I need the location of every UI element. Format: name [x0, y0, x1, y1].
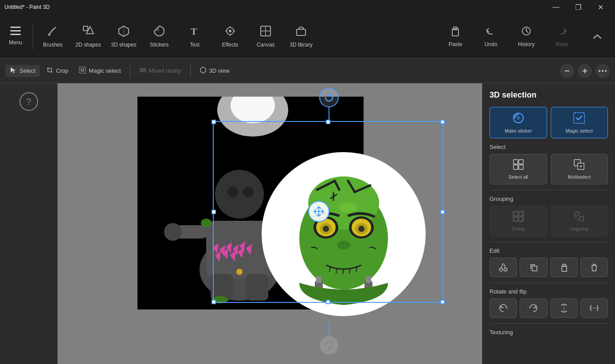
selection-handle-tr[interactable] — [440, 120, 445, 124]
mixed-reality-icon — [139, 67, 146, 75]
flip-horizontal-button[interactable] — [580, 298, 608, 318]
make-sticker-label: Make sticker — [505, 128, 532, 133]
magic-select-tool[interactable]: Magic select — [74, 65, 125, 77]
canvas-icon — [259, 25, 272, 40]
close-button[interactable]: ✕ — [590, 0, 611, 14]
svg-line-115 — [504, 264, 505, 268]
svg-rect-105 — [514, 217, 518, 221]
rotate-circle-top[interactable] — [319, 88, 339, 107]
help-button[interactable]: ? — [20, 92, 38, 111]
more-options-button[interactable] — [595, 64, 610, 78]
svg-rect-89 — [316, 276, 321, 283]
edit-grid — [490, 258, 608, 277]
select-grid: Select all Multiselect — [490, 154, 608, 184]
collapse-button[interactable] — [580, 16, 615, 56]
paste-button[interactable]: Paste — [438, 16, 473, 56]
redo-button[interactable]: Redo — [544, 16, 580, 56]
svg-point-91 — [339, 202, 357, 213]
section-rotate-title: Rotate and flip — [490, 288, 608, 295]
selection-handle-br[interactable] — [440, 300, 445, 304]
canvas-area[interactable] — [58, 83, 482, 364]
rotate-circle-bottom[interactable] — [319, 336, 339, 355]
undo-icon — [485, 25, 497, 39]
svg-rect-109 — [580, 217, 584, 221]
section-grouping-title: Grouping — [490, 196, 608, 202]
tool-stickers[interactable]: Stickers — [141, 16, 177, 56]
3d-view-label: 3D view — [209, 67, 230, 74]
svg-rect-95 — [513, 160, 518, 164]
paste-icon — [450, 25, 461, 39]
text-icon: T — [188, 25, 201, 40]
sub-separator-2 — [190, 64, 191, 78]
zoom-out-button[interactable] — [560, 64, 574, 78]
move-handle[interactable] — [308, 201, 329, 222]
subtoolbar-right — [560, 64, 610, 78]
svg-text:T: T — [191, 26, 197, 37]
delete-button[interactable] — [580, 258, 608, 277]
magic-select-button[interactable]: Magic select — [551, 107, 608, 138]
ungroup-button[interactable]: Ungroup — [551, 206, 608, 236]
zoom-in-button[interactable] — [578, 64, 592, 78]
collapse-icon — [593, 30, 602, 43]
rotate-left-button[interactable] — [490, 298, 517, 318]
menu-button[interactable]: Menu — [0, 16, 31, 56]
paste-copy-button[interactable] — [550, 258, 578, 277]
crop-tool[interactable]: Crop — [42, 65, 73, 77]
rotate-handle-top[interactable] — [319, 88, 339, 121]
svg-rect-118 — [563, 264, 566, 266]
tool-brushes[interactable]: Brushes — [35, 16, 71, 56]
tool-effects[interactable]: Effects — [212, 16, 248, 56]
undo-button[interactable]: Undo — [473, 16, 509, 56]
select-all-label: Select all — [508, 174, 528, 180]
tool-2d-shapes[interactable]: 2D shapes — [71, 16, 106, 56]
svg-point-93 — [517, 116, 520, 120]
paste-copy-icon — [560, 263, 568, 272]
titlebar-title: Untitled* - Paint 3D — [4, 4, 50, 10]
divider-2 — [490, 242, 608, 242]
rotate-right-button[interactable] — [520, 298, 547, 318]
group-button[interactable]: Group — [490, 206, 547, 236]
history-icon — [521, 25, 532, 39]
svg-marker-29 — [200, 67, 206, 73]
svg-point-34 — [602, 70, 603, 72]
copy-button[interactable] — [520, 258, 547, 277]
tool-3d-library[interactable]: 3D library — [283, 16, 319, 56]
sub-toolbar: Select Crop Magic select Mixed reality 3… — [0, 59, 615, 83]
svg-rect-46 — [246, 274, 268, 301]
svg-point-49 — [243, 187, 254, 197]
svg-rect-103 — [514, 212, 518, 216]
select-tool[interactable]: Select — [5, 65, 40, 77]
tool-3d-shapes[interactable]: 3D shapes — [106, 16, 141, 56]
cut-icon — [499, 263, 508, 272]
cut-button[interactable] — [490, 258, 517, 277]
svg-rect-4 — [83, 26, 88, 31]
svg-point-43 — [164, 223, 182, 241]
svg-point-33 — [599, 70, 600, 72]
svg-rect-107 — [513, 211, 524, 222]
svg-rect-96 — [519, 160, 523, 164]
zombie-artwork — [262, 152, 426, 316]
magic-select-icon — [79, 67, 86, 75]
tool-text[interactable]: T Text — [177, 16, 212, 56]
select-all-button[interactable]: Select all — [490, 154, 547, 184]
rotate-handle-bottom[interactable] — [319, 322, 339, 355]
svg-rect-98 — [519, 165, 523, 169]
svg-rect-116 — [532, 266, 537, 271]
selection-handle-mr[interactable] — [440, 210, 445, 214]
multiselect-button[interactable]: Multiselect — [551, 154, 608, 184]
group-label: Group — [511, 226, 525, 231]
titlebar: Untitled* - Paint 3D — ❐ ✕ — [0, 0, 615, 14]
maximize-button[interactable]: ❐ — [568, 0, 588, 14]
make-sticker-button[interactable]: Make sticker — [490, 107, 547, 138]
3d-view-tool[interactable]: 3D view — [195, 65, 234, 77]
svg-rect-97 — [513, 165, 518, 169]
mixed-reality-tool[interactable]: Mixed reality — [135, 65, 186, 77]
svg-rect-90 — [366, 276, 371, 283]
tool-canvas[interactable]: Canvas — [248, 16, 283, 56]
rotate-line-top — [329, 107, 329, 121]
history-button[interactable]: History — [509, 16, 544, 56]
window-controls: — ❐ ✕ — [546, 0, 611, 14]
svg-rect-104 — [519, 212, 523, 216]
flip-vertical-button[interactable] — [550, 298, 578, 318]
minimize-button[interactable]: — — [546, 0, 566, 14]
